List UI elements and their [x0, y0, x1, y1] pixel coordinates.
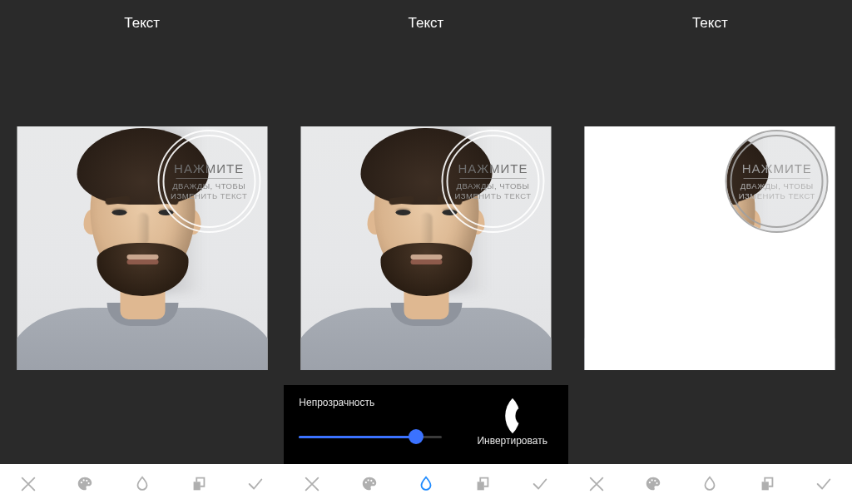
text-badge[interactable]: НАЖМИТЕ ДВАЖДЫ, ЧТОБЫ ИЗМЕНИТЬ ТЕКСТ: [441, 130, 544, 233]
badge-line3: ИЗМЕНИТЬ ТЕКСТ: [157, 191, 260, 200]
slider-thumb[interactable]: [409, 429, 424, 444]
badge-line2: ДВАЖДЫ, ЧТОБЫ: [441, 181, 544, 190]
image-canvas[interactable]: НАЖМИТЕ ДВАЖДЫ, ЧТОБЫ ИЗМЕНИТЬ ТЕКСТ: [300, 126, 551, 370]
badge-line3: ИЗМЕНИТЬ ТЕКСТ: [726, 191, 829, 200]
invert-button[interactable]: Инвертировать: [457, 385, 568, 464]
image-canvas[interactable]: НАЖМИТЕ ДВАЖДЫ, ЧТОБЫ ИЗМЕНИТЬ ТЕКСТ: [585, 126, 835, 370]
panel-title: Текст: [0, 15, 284, 32]
opacity-button[interactable]: [700, 474, 720, 494]
color-button[interactable]: [75, 474, 95, 494]
confirm-button[interactable]: [530, 474, 550, 494]
toolbar-group-1: [0, 464, 284, 504]
cancel-button[interactable]: [587, 474, 607, 494]
color-button[interactable]: [359, 474, 379, 494]
style-button[interactable]: [473, 474, 493, 494]
color-button[interactable]: [643, 474, 663, 494]
editor-panel-2: Текст НАЖМИТЕ ДВАЖДЫ, ЧТОБЫ: [284, 0, 567, 464]
style-button[interactable]: [189, 474, 209, 494]
toolbar-group-3: [568, 464, 852, 504]
toolbar-group-2: [284, 464, 567, 504]
badge-line1: НАЖМИТЕ: [726, 161, 829, 175]
text-badge[interactable]: НАЖМИТЕ ДВАЖДЫ, ЧТОБЫ ИЗМЕНИТЬ ТЕКСТ: [726, 130, 829, 233]
editor-panel-3: Текст: [568, 0, 852, 464]
invert-icon: [494, 398, 529, 432]
opacity-button[interactable]: [416, 474, 436, 494]
opacity-label: Непрозрачность: [299, 397, 441, 408]
editor-stage: Текст НАЖМИТЕ ДВАЖДЫ, ЧТОБЫ: [0, 0, 852, 464]
bottom-toolbar: [0, 464, 852, 504]
opacity-button[interactable]: [132, 474, 152, 494]
options-panel: Непрозрачность Инвертировать: [284, 385, 567, 464]
badge-line2: ДВАЖДЫ, ЧТОБЫ: [157, 181, 260, 190]
image-canvas[interactable]: НАЖМИТЕ ДВАЖДЫ, ЧТОБЫ ИЗМЕНИТЬ ТЕКСТ: [17, 126, 267, 370]
opacity-slider[interactable]: [299, 428, 441, 445]
panel-title: Текст: [284, 15, 567, 32]
cancel-button[interactable]: [302, 474, 322, 494]
confirm-button[interactable]: [814, 474, 834, 494]
badge-line1: НАЖМИТЕ: [441, 161, 544, 175]
cancel-button[interactable]: [18, 474, 38, 494]
text-badge[interactable]: НАЖМИТЕ ДВАЖДЫ, ЧТОБЫ ИЗМЕНИТЬ ТЕКСТ: [157, 130, 260, 233]
badge-line3: ИЗМЕНИТЬ ТЕКСТ: [441, 191, 544, 200]
invert-label: Инвертировать: [477, 435, 547, 447]
editor-panel-1: Текст НАЖМИТЕ ДВАЖДЫ, ЧТОБЫ: [0, 0, 284, 464]
panel-title: Текст: [568, 15, 852, 32]
badge-line2: ДВАЖДЫ, ЧТОБЫ: [726, 181, 829, 190]
badge-line1: НАЖМИТЕ: [157, 161, 260, 175]
style-button[interactable]: [757, 474, 777, 494]
confirm-button[interactable]: [245, 474, 265, 494]
